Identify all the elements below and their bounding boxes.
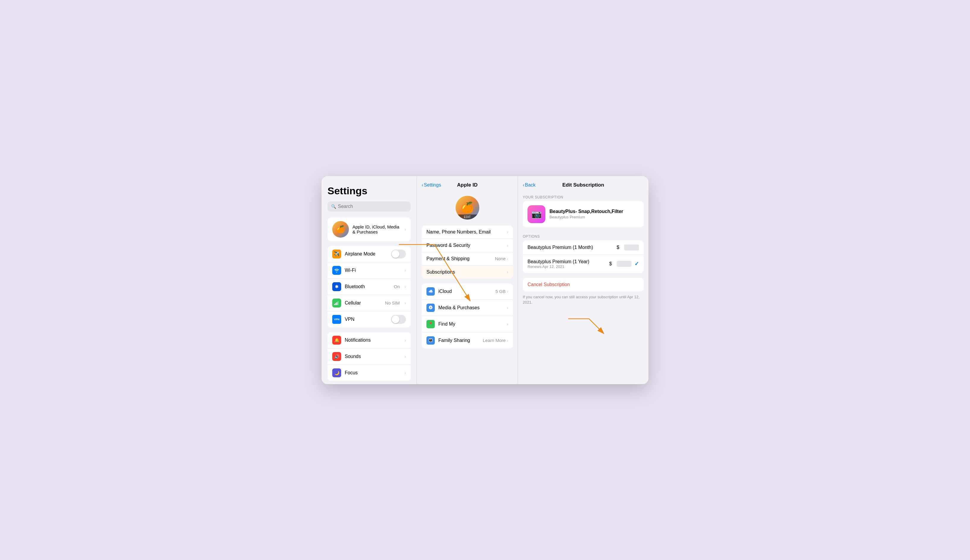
password-label: Password & Security — [427, 243, 507, 248]
icloud-icon: ☁️ — [427, 287, 435, 296]
media-purchases-icon: 🅐 — [427, 303, 435, 312]
settings-row-bluetooth[interactable]: ✱ Bluetooth On › — [327, 279, 411, 295]
cancel-subscription-note: If you cancel now, you can still access … — [518, 294, 648, 310]
focus-icon: 🌙 — [332, 368, 341, 377]
chevron-icon: › — [507, 322, 508, 327]
search-input[interactable] — [338, 204, 407, 209]
panel-subscription: ‹ Back Edit Subscription YOUR SUBSCRIPTI… — [518, 176, 648, 384]
chevron-icon: › — [405, 370, 406, 375]
search-bar[interactable]: 🔍 — [327, 202, 411, 212]
apple-id-menu-group-1: Name, Phone Numbers, Email › Password & … — [422, 225, 513, 279]
search-icon: 🔍 — [331, 204, 336, 209]
sounds-label: Sounds — [345, 354, 401, 359]
apple-id-row-findmy[interactable]: 📍 Find My › — [422, 316, 513, 332]
apple-id-avatar-image[interactable]: 🍊 EDIT — [456, 196, 479, 220]
page-title: Settings — [327, 185, 411, 197]
checkmark-icon: ✓ — [635, 260, 639, 267]
apple-id-menu-group-2: ☁️ iCloud 5 GB › 🅐 Media & Purchases › 📍… — [422, 283, 513, 348]
sounds-icon: 🔊 — [332, 352, 341, 361]
vpn-toggle-knob — [392, 315, 399, 323]
app-name: BeautyPlus- Snap,Retouch,Filter — [550, 209, 639, 214]
yearly-price-label: $ — [609, 261, 612, 267]
wifi-icon — [332, 266, 341, 275]
apple-id-row-family[interactable]: 👨‍👩‍👧 Family Sharing Learn More › — [422, 332, 513, 348]
svg-rect-1 — [335, 303, 336, 305]
family-sharing-icon: 👨‍👩‍👧 — [427, 336, 435, 345]
subscription-header: ‹ Back Edit Subscription — [518, 182, 648, 193]
settings-row-focus[interactable]: 🌙 Focus › — [327, 365, 411, 381]
airplane-toggle[interactable] — [391, 250, 406, 258]
settings-row-sounds[interactable]: 🔊 Sounds › — [327, 348, 411, 365]
settings-row-vpn[interactable]: VPN VPN — [327, 311, 411, 327]
notifications-label: Notifications — [345, 337, 401, 343]
name-phone-label: Name, Phone Numbers, Email — [427, 229, 507, 235]
options-label: OPTIONS — [518, 232, 648, 240]
payment-value: None — [495, 256, 505, 261]
back-label: Settings — [424, 182, 441, 188]
apple-id-row-name-phone[interactable]: Name, Phone Numbers, Email › — [422, 225, 513, 239]
subscription-app-info: BeautyPlus- Snap,Retouch,Filter Beautypl… — [550, 209, 639, 219]
icloud-label: iCloud — [438, 289, 495, 294]
chevron-icon: › — [507, 305, 508, 310]
notifications-icon: 🔔 — [332, 336, 341, 345]
panel-apple-id: ‹ Settings Apple ID 🍊 EDIT Name, Phone N… — [417, 176, 518, 384]
settings-row-airplane[interactable]: ✈️ Airplane Mode — [327, 246, 411, 262]
profile-row[interactable]: 🍊 Apple ID, iCloud, Media & Purchases › — [327, 217, 411, 241]
app-sub-name: Beautyplus Premium — [550, 215, 639, 219]
cancel-subscription-row[interactable]: Cancel Subscription — [523, 278, 644, 292]
subscription-monthly-row[interactable]: Beautyplus Premium (1 Month) $ — [523, 240, 644, 255]
apple-id-row-password[interactable]: Password & Security › — [422, 239, 513, 252]
svg-rect-3 — [338, 301, 338, 305]
svg-rect-0 — [334, 304, 335, 305]
yearly-sublabel: Renews Apr 12, 2021 — [527, 264, 606, 269]
airplane-label: Airplane Mode — [345, 251, 388, 257]
subscription-app-card: BeautyPlus- Snap,Retouch,Filter Beautypl… — [523, 201, 644, 227]
cancel-subscription-button[interactable]: Cancel Subscription — [527, 282, 570, 287]
apple-id-row-payment[interactable]: Payment & Shipping None › — [422, 252, 513, 266]
yearly-price-blurred — [617, 261, 632, 267]
subscription-panel-title: Edit Subscription — [562, 182, 604, 188]
settings-row-cellular[interactable]: Cellular No SIM › — [327, 295, 411, 311]
bluetooth-label: Bluetooth — [345, 284, 390, 289]
cellular-value: No SIM — [385, 300, 400, 305]
chevron-icon: › — [507, 230, 508, 234]
icloud-value: 5 GB — [495, 289, 505, 294]
misc-group: 🔔 Notifications › 🔊 Sounds › 🌙 Focus › — [327, 332, 411, 381]
vpn-toggle[interactable] — [391, 315, 406, 324]
monthly-label: Beautyplus Premium (1 Month) — [527, 245, 614, 250]
chevron-icon: › — [405, 227, 406, 232]
chevron-icon: › — [405, 354, 406, 359]
cellular-label: Cellular — [345, 300, 381, 306]
chevron-icon: › — [507, 289, 508, 294]
airplane-icon: ✈️ — [332, 250, 341, 258]
subscriptions-label: Subscriptions — [427, 270, 507, 275]
settings-row-wifi[interactable]: Wi-Fi › — [327, 262, 411, 279]
panel-settings: Settings 🔍 🍊 Apple ID, iCloud, Media & P… — [322, 176, 417, 384]
airplane-toggle-knob — [392, 250, 399, 258]
subscription-back-button[interactable]: ‹ Back — [523, 182, 535, 188]
vpn-label: VPN — [345, 317, 388, 322]
settings-row-notifications[interactable]: 🔔 Notifications › — [327, 332, 411, 348]
apple-id-row-subscriptions[interactable]: Subscriptions › — [422, 266, 513, 279]
subscription-back-label: Back — [525, 182, 535, 188]
findmy-label: Find My — [438, 322, 507, 327]
cancel-subscription-card: Cancel Subscription — [523, 278, 644, 292]
chevron-icon: › — [507, 257, 508, 261]
chevron-icon: › — [507, 338, 508, 343]
media-purchases-label: Media & Purchases — [438, 305, 507, 310]
apple-id-row-icloud[interactable]: ☁️ iCloud 5 GB › — [422, 283, 513, 300]
back-button[interactable]: ‹ Settings — [422, 182, 441, 188]
avatar-image: 🍊 — [332, 221, 349, 238]
avatar: 🍊 — [332, 221, 349, 238]
vpn-icon: VPN — [332, 315, 341, 324]
subscription-yearly-row[interactable]: Beautyplus Premium (1 Year) Renews Apr 1… — [523, 255, 644, 273]
chevron-icon: › — [507, 243, 508, 248]
profile-card[interactable]: 🍊 Apple ID, iCloud, Media & Purchases › — [327, 217, 411, 241]
yearly-label: Beautyplus Premium (1 Year) — [527, 259, 606, 264]
edit-label[interactable]: EDIT — [456, 215, 479, 220]
screen-container: Settings 🔍 🍊 Apple ID, iCloud, Media & P… — [322, 176, 648, 384]
panel-title: Apple ID — [457, 182, 478, 188]
family-value: Learn More — [483, 338, 506, 343]
apple-id-row-media[interactable]: 🅐 Media & Purchases › — [422, 300, 513, 316]
chevron-icon: › — [405, 301, 406, 305]
